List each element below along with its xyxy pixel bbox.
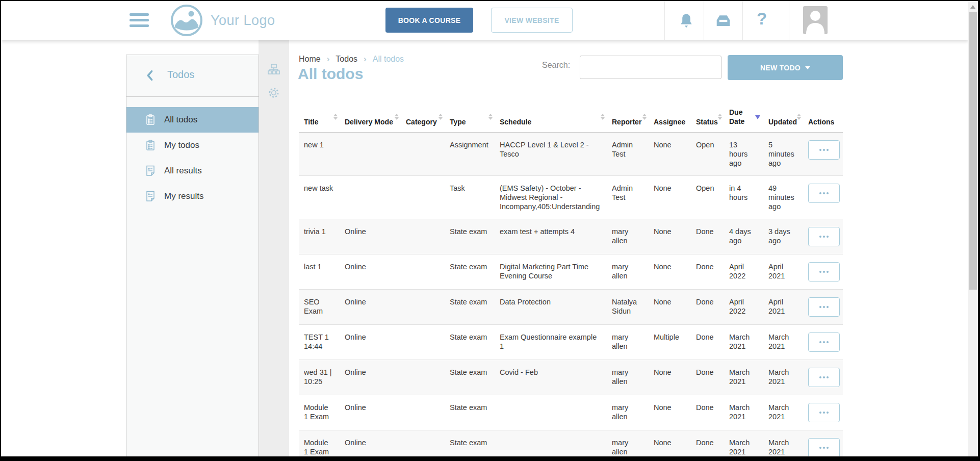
breadcrumb-item[interactable]: Home (299, 55, 321, 64)
sidebar-item-my-todos[interactable]: My todos (126, 133, 259, 158)
row-actions-button[interactable] (808, 368, 840, 387)
results-icon (144, 164, 157, 177)
sidebar-item-all-results[interactable]: All results (126, 158, 259, 184)
cell-type: State exam (445, 325, 495, 360)
column-label: Actions (808, 118, 834, 126)
breadcrumb: Home›Todos›All todos (299, 54, 404, 64)
cell-assignee: None (649, 219, 691, 254)
avatar[interactable] (803, 6, 828, 34)
column-label: Updated (768, 118, 797, 126)
breadcrumb-item: All todos (373, 55, 404, 64)
todos-table: TitleDelivery ModeCategoryTypeScheduleRe… (299, 98, 843, 461)
sidebar: Todos All todosMy todosAll resultsMy res… (126, 55, 259, 456)
settings-rail (259, 40, 289, 456)
column-header-title[interactable]: Title (299, 98, 340, 133)
cell-schedule: Exam Questionnaire example 1 (495, 325, 607, 360)
row-actions-button[interactable] (808, 227, 840, 246)
sitemap-icon[interactable] (267, 63, 280, 78)
cell-reporter: mary allen (607, 219, 649, 254)
table-row: new 1AssignmentHACCP Level 1 & Level 2 -… (299, 133, 843, 176)
cell-category (401, 176, 445, 219)
sidebar-item-my-results[interactable]: My results (126, 184, 259, 209)
view-website-button[interactable]: VIEW WEBSITE (491, 8, 573, 33)
cell-actions (803, 133, 843, 176)
cell-category (401, 395, 445, 430)
help-icon[interactable]: ? (757, 9, 767, 29)
cell-reporter: mary allen (607, 360, 649, 395)
cell-due-date: in 4 hours (724, 176, 763, 219)
breadcrumb-item[interactable]: Todos (336, 55, 357, 64)
search-input[interactable] (580, 56, 721, 79)
column-header-actions: Actions (803, 98, 843, 133)
logo-text: Your Logo (211, 13, 275, 29)
sidebar-item-label: My todos (164, 140, 199, 150)
cell-updated: April 2021 (763, 254, 803, 290)
row-actions-button[interactable] (808, 262, 840, 281)
cell-title: SEO Exam (299, 290, 340, 325)
cell-type: Task (445, 176, 495, 219)
cell-title: TEST 1 14:44 (299, 325, 340, 360)
app-window: Your Logo BOOK A COURSE VIEW WEBSITE ? (0, 0, 980, 461)
hamburger-icon[interactable] (130, 13, 149, 27)
image-logo-icon[interactable] (170, 4, 203, 39)
column-label: Schedule (500, 118, 531, 126)
cell-type: State exam (445, 219, 495, 254)
cell-reporter: Admin Test (607, 176, 649, 219)
cell-type: State exam (445, 360, 495, 395)
inbox-icon[interactable] (714, 13, 733, 31)
chevron-left-icon[interactable] (146, 69, 154, 84)
row-actions-button[interactable] (808, 332, 840, 352)
column-label: Category (406, 118, 437, 126)
column-label: Type (450, 118, 466, 126)
column-header-delivery-mode[interactable]: Delivery Mode (340, 98, 401, 133)
cell-updated: 49 minutes ago (763, 176, 803, 219)
sidebar-item-label: All todos (164, 115, 197, 125)
cell-assignee: None (649, 176, 691, 219)
sidebar-menu: All todosMy todosAll resultsMy results (126, 107, 259, 209)
page-title: All todos (298, 65, 363, 83)
cell-updated: March 2021 (763, 325, 803, 360)
vertical-scrollbar[interactable] (968, 1, 978, 456)
cell-due-date: 13 hours ago (724, 133, 763, 176)
book-a-course-button[interactable]: BOOK A COURSE (385, 8, 473, 33)
row-actions-button[interactable] (808, 140, 840, 160)
cell-assignee: None (649, 290, 691, 325)
cell-delivery-mode: Online (340, 395, 401, 430)
table-row: new taskTask(EMS Safety) - October - Mid… (299, 176, 843, 219)
cell-type: State exam (445, 290, 495, 325)
cell-status: Done (691, 360, 724, 395)
cell-category (401, 325, 445, 360)
scroll-up-arrow-icon[interactable] (970, 5, 975, 9)
cell-status: Done (691, 395, 724, 430)
row-actions-button[interactable] (808, 297, 840, 317)
cell-due-date: March 2021 (724, 395, 763, 430)
cell-status: Done (691, 254, 724, 290)
cell-schedule (495, 395, 607, 430)
bell-icon[interactable] (678, 12, 695, 32)
cell-updated: 5 minutes ago (763, 133, 803, 176)
row-actions-button[interactable] (808, 438, 840, 457)
cell-schedule: Data Protection (495, 290, 607, 325)
table-row: wed 31 | 10:25OnlineState examCovid - Fe… (299, 360, 843, 395)
column-header-status[interactable]: Status (691, 98, 724, 133)
sidebar-item-label: My results (164, 191, 203, 201)
column-header-schedule[interactable]: Schedule (495, 98, 607, 133)
cell-schedule: (EMS Safety) - October - Midwest Regiona… (495, 176, 607, 219)
column-header-updated[interactable]: Updated (763, 98, 803, 133)
window-border (978, 0, 980, 461)
cell-delivery-mode: Online (340, 219, 401, 254)
row-actions-button[interactable] (808, 403, 840, 422)
gear-icon[interactable] (267, 86, 280, 101)
row-actions-button[interactable] (808, 184, 840, 203)
header-divider (704, 1, 704, 40)
column-header-type[interactable]: Type (445, 98, 495, 133)
new-todo-button[interactable]: NEW TODO (728, 55, 843, 80)
ellipsis-icon (819, 376, 829, 378)
scrollbar-thumb[interactable] (969, 12, 977, 290)
cell-reporter: mary allen (607, 395, 649, 430)
sidebar-item-all-todos[interactable]: All todos (126, 107, 259, 133)
column-header-reporter[interactable]: Reporter (607, 98, 649, 133)
column-header-category[interactable]: Category (401, 98, 445, 133)
table-row: trivia 1OnlineState examexam test + atte… (299, 219, 843, 254)
column-header-due-date[interactable]: Due Date (724, 98, 763, 133)
